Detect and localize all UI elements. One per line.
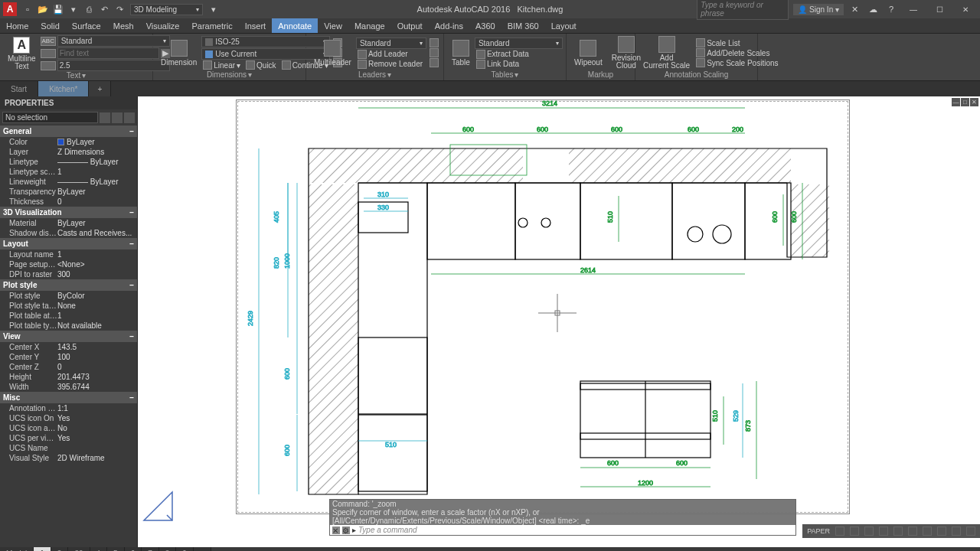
prop-row[interactable]: Layout name1 xyxy=(0,249,137,259)
prop-cat-layout[interactable]: Layout xyxy=(0,238,137,249)
layout-tab-+[interactable]: + xyxy=(194,547,211,551)
prop-row[interactable]: Shadow displayCasts and Receives... xyxy=(0,228,137,238)
menu-output[interactable]: Output xyxy=(391,18,429,33)
lead-opt3-icon[interactable] xyxy=(428,58,440,67)
prop-row[interactable]: Visual Style2D Wireframe xyxy=(0,453,137,463)
prop-row[interactable]: Height201.4473 xyxy=(0,372,137,382)
select-icon[interactable] xyxy=(112,112,122,123)
dim-quick-button[interactable]: Quick xyxy=(244,60,278,70)
layout-tab-9[interactable]: 9 xyxy=(176,547,194,551)
prop-row[interactable]: LayerZ Dimensions xyxy=(0,147,137,157)
prop-row[interactable]: Page setup na...<None> xyxy=(0,259,137,269)
multiline-text-button[interactable]: AMultiline Text xyxy=(3,36,41,71)
panel-text-title[interactable]: Text ▾ xyxy=(3,71,149,80)
vp-max-icon[interactable]: □ xyxy=(961,98,969,106)
layout-tab-6[interactable]: 6 xyxy=(125,547,142,551)
prop-cat-misc[interactable]: Misc xyxy=(0,392,137,403)
prop-row[interactable]: Center Z0 xyxy=(0,362,137,372)
workspace-dropdown[interactable]: 3D Modeling xyxy=(130,4,203,15)
qat-save-icon[interactable]: 💾 xyxy=(51,2,65,16)
prop-row[interactable]: TransparencyByLayer xyxy=(0,187,137,197)
maximize-button[interactable]: ☐ xyxy=(928,2,951,17)
prop-row[interactable]: UCS Name xyxy=(0,443,137,453)
menu-view[interactable]: View xyxy=(318,18,348,33)
wipeout-button[interactable]: Wipeout xyxy=(570,35,607,70)
status-otrack-icon[interactable] xyxy=(906,527,920,536)
link-data-button[interactable]: Link Data xyxy=(475,60,563,69)
tab-kitchen[interactable]: Kitchen* xyxy=(38,81,89,96)
selection-dropdown[interactable]: No selection xyxy=(2,112,98,123)
abc-icon[interactable]: ABC xyxy=(41,37,56,46)
help-icon[interactable]: ? xyxy=(884,2,898,16)
prop-row[interactable]: Annotation scale1:1 xyxy=(0,403,137,413)
layout-tab-8[interactable]: 8 xyxy=(159,547,177,551)
menu-mesh[interactable]: Mesh xyxy=(107,18,140,33)
prop-row[interactable]: Plot table attac...1 xyxy=(0,311,137,321)
prop-row[interactable]: Linetype scale1 xyxy=(0,167,137,177)
prop-row[interactable]: Thickness0 xyxy=(0,197,137,207)
prop-row[interactable]: UCS per viewp...Yes xyxy=(0,433,137,443)
panel-table-title[interactable]: Tables ▾ xyxy=(447,70,563,79)
status-anno-icon[interactable] xyxy=(935,527,949,536)
qat-undo-icon[interactable]: ↶ xyxy=(97,2,111,16)
addscale-button[interactable]: Add Current Scale xyxy=(639,35,694,70)
status-paper[interactable]: PAPER xyxy=(805,527,832,535)
menu-bim 360[interactable]: BIM 360 xyxy=(501,18,545,33)
prop-row[interactable]: Center Y100 xyxy=(0,352,137,362)
menu-manage[interactable]: Manage xyxy=(348,18,391,33)
layout-tab-2[interactable]: 2 xyxy=(51,547,69,551)
extract-data-button[interactable]: Extract Data xyxy=(475,50,563,59)
dimension-button[interactable]: Dimension xyxy=(156,35,201,70)
add-leader-button[interactable]: Add Leader xyxy=(356,50,426,59)
command-window[interactable]: Command: '_zoom Specify corner of window… xyxy=(329,499,796,536)
panel-lead-title[interactable]: Leaders ▾ xyxy=(309,70,440,79)
close-button[interactable]: ✕ xyxy=(954,2,977,17)
sync-scale-button[interactable]: Sync Scale Positions xyxy=(694,58,779,67)
status-ortho-icon[interactable] xyxy=(862,527,876,536)
layout-tab-5[interactable]: 5 xyxy=(107,547,125,551)
status-osnap-icon[interactable] xyxy=(891,527,905,536)
prop-cat-view[interactable]: View xyxy=(0,331,137,342)
prop-row[interactable]: UCS icon at ori...No xyxy=(0,423,137,433)
qat-open-icon[interactable]: 📂 xyxy=(36,2,50,16)
status-grid-icon[interactable] xyxy=(833,527,847,536)
prop-row[interactable]: UCS icon OnYes xyxy=(0,413,137,423)
menu-surface[interactable]: Surface xyxy=(66,18,107,33)
signin-button[interactable]: 👤 Sign In ▾ xyxy=(793,4,844,15)
status-lweight-icon[interactable] xyxy=(920,527,934,536)
status-polar-icon[interactable] xyxy=(877,527,890,536)
app-logo-icon[interactable]: A xyxy=(3,2,17,16)
menu-visualize[interactable]: Visualize xyxy=(140,18,186,33)
status-scale-icon[interactable] xyxy=(949,527,963,536)
layout-tab-Model[interactable]: Model xyxy=(0,547,34,551)
menu-insert[interactable]: Insert xyxy=(239,18,273,33)
find-text-input[interactable] xyxy=(57,47,159,59)
table-button[interactable]: Table xyxy=(447,35,475,70)
dim-linear-button[interactable]: Linear▾ xyxy=(201,60,242,70)
vp-min-icon[interactable]: — xyxy=(952,98,960,106)
cmd-input[interactable]: Type a command xyxy=(358,526,417,534)
cmd-close-icon[interactable]: ✕ xyxy=(332,527,340,534)
tab-start[interactable]: Start xyxy=(0,81,38,96)
table-style-dropdown[interactable]: Standard xyxy=(475,37,563,49)
status-snap-icon[interactable] xyxy=(848,527,861,536)
exchange-icon[interactable]: ✕ xyxy=(848,2,861,16)
find-icon[interactable] xyxy=(41,49,56,58)
menu-solid[interactable]: Solid xyxy=(34,18,65,33)
lead-opt1-icon[interactable] xyxy=(428,38,440,47)
menu-a360[interactable]: A360 xyxy=(469,18,501,33)
menu-layout[interactable]: Layout xyxy=(545,18,583,33)
height-icon[interactable] xyxy=(41,61,56,70)
minimize-button[interactable]: — xyxy=(902,2,925,17)
search-input[interactable]: Type a keyword or phrase xyxy=(697,0,789,20)
menu-parametric[interactable]: Parametric xyxy=(185,18,238,33)
multileader-button[interactable]: Multileader xyxy=(309,35,356,70)
prop-row[interactable]: Lineweight———— ByLayer xyxy=(0,177,137,187)
layout-tab-30[interactable]: 30 xyxy=(68,547,90,551)
prop-row[interactable]: Plot table typeNot available xyxy=(0,321,137,331)
qat-print-icon[interactable]: ⎙ xyxy=(82,2,96,16)
quickselect-icon[interactable] xyxy=(100,112,110,123)
menu-add-ins[interactable]: Add-ins xyxy=(429,18,469,33)
tab-new[interactable]: + xyxy=(89,81,111,96)
status-custom-icon[interactable] xyxy=(964,527,978,536)
